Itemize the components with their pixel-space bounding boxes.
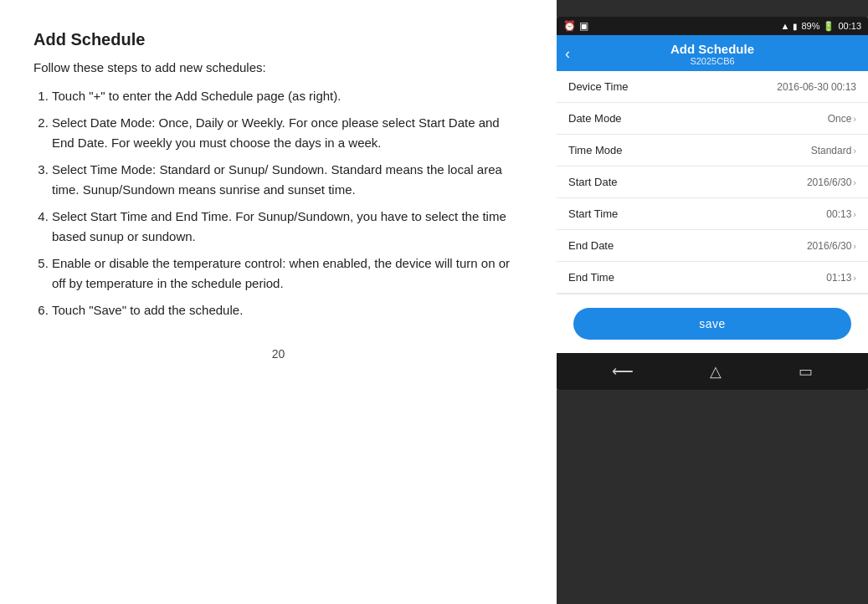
app-header: ‹ Add Schedule S2025CB6 <box>557 35 868 71</box>
steps-list: Touch "+" to enter the Add Schedule page… <box>33 86 523 320</box>
recent-nav-button[interactable]: ▭ <box>799 362 813 381</box>
start-time-value: 00:13 › <box>826 208 856 220</box>
row-date-mode[interactable]: Date Mode Once › <box>557 103 868 135</box>
nav-bar: ⟵ △ ▭ <box>557 353 868 390</box>
battery-percent: 89% <box>801 21 819 31</box>
date-mode-value: Once › <box>828 113 856 125</box>
time-mode-label: Time Mode <box>568 144 623 156</box>
page-title: Add Schedule <box>33 27 523 52</box>
chevron-icon: › <box>853 209 856 219</box>
alarm-icon: ⏰ <box>563 20 576 32</box>
end-time-value: 01:13 › <box>826 272 856 284</box>
status-time: 00:13 <box>838 21 861 31</box>
end-time-label: End Time <box>568 271 614 284</box>
list-item: Touch "Save" to add the schedule. <box>52 300 523 320</box>
list-item: Select Start Time and End Time. For Sunu… <box>52 207 523 247</box>
end-date-label: End Date <box>568 239 614 252</box>
list-item: Select Time Mode: Standard or Sunup/ Sun… <box>52 160 523 200</box>
device-time-label: Device Time <box>568 80 629 93</box>
page-number: 20 <box>33 346 523 363</box>
end-date-value: 2016/6/30 › <box>807 240 856 252</box>
save-area: save <box>557 294 868 353</box>
start-time-label: Start Time <box>568 207 618 220</box>
back-nav-button[interactable]: ⟵ <box>612 362 634 381</box>
battery-icon: 🔋 <box>823 21 835 32</box>
start-date-value: 2016/6/30 › <box>807 177 856 188</box>
time-mode-value: Standard › <box>811 145 856 156</box>
row-time-mode[interactable]: Time Mode Standard › <box>557 135 868 166</box>
home-nav-button[interactable]: △ <box>710 362 722 381</box>
row-end-time[interactable]: End Time 01:13 › <box>557 262 868 294</box>
phone-screen: ⏰ ▣ ▲ ▮ 89% 🔋 00:13 ‹ Add Schedule S2025… <box>557 17 868 390</box>
save-button[interactable]: save <box>573 308 851 340</box>
row-device-time[interactable]: Device Time 2016-06-30 00:13 <box>557 71 868 103</box>
left-panel: Add Schedule Follow these steps to add n… <box>0 0 557 604</box>
status-left-icons: ⏰ ▣ <box>563 20 588 32</box>
chevron-icon: › <box>853 114 856 124</box>
chevron-icon: › <box>853 177 856 187</box>
status-bar: ⏰ ▣ ▲ ▮ 89% 🔋 00:13 <box>557 17 868 35</box>
header-title: Add Schedule <box>565 42 860 56</box>
chevron-icon: › <box>853 241 856 251</box>
row-start-time[interactable]: Start Time 00:13 › <box>557 198 868 230</box>
list-item: Touch "+" to enter the Add Schedule page… <box>52 86 523 106</box>
signal-icon: ▮ <box>793 22 798 31</box>
wifi-icon: ▲ <box>781 21 790 31</box>
start-date-label: Start Date <box>568 176 618 188</box>
schedule-list: Device Time 2016-06-30 00:13 Date Mode O… <box>557 71 868 294</box>
chevron-icon: › <box>853 146 856 156</box>
device-time-value: 2016-06-30 00:13 <box>777 81 856 93</box>
intro-text: Follow these steps to add new schedules: <box>33 59 523 78</box>
header-subtitle: S2025CB6 <box>565 56 860 66</box>
chevron-icon: › <box>853 273 856 283</box>
date-mode-label: Date Mode <box>568 112 622 125</box>
photo-icon: ▣ <box>579 20 588 32</box>
right-panel: ⏰ ▣ ▲ ▮ 89% 🔋 00:13 ‹ Add Schedule S2025… <box>557 0 868 604</box>
row-start-date[interactable]: Start Date 2016/6/30 › <box>557 166 868 198</box>
list-item: Enable or disable the temperature contro… <box>52 253 523 294</box>
row-end-date[interactable]: End Date 2016/6/30 › <box>557 230 868 262</box>
list-item: Select Date Mode: Once, Daily or Weekly.… <box>52 113 523 153</box>
status-right-icons: ▲ ▮ 89% 🔋 00:13 <box>781 21 861 32</box>
